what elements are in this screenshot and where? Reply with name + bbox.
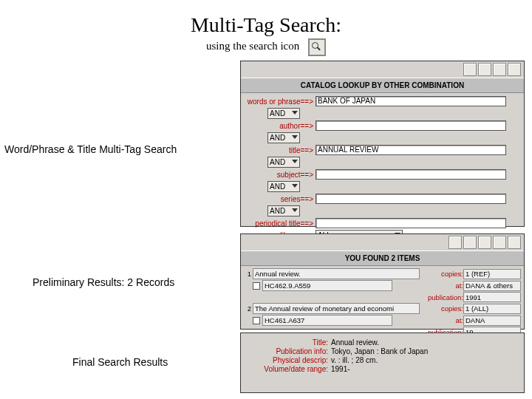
series-input[interactable] — [316, 194, 506, 204]
meta-label-copies: copies: — [423, 270, 463, 278]
meta-at: DANA — [463, 316, 521, 326]
search-panel: CATALOG LOOKUP BY OTHER COMBINATION word… — [240, 61, 525, 227]
results-panel: YOU FOUND 2 ITEMS 1Annual review.copies:… — [240, 233, 525, 330]
detail-label: Publication info: — [245, 347, 331, 355]
operator-select[interactable]: AND — [267, 157, 300, 168]
search-icon — [308, 38, 326, 56]
detail-label: Physical descrip: — [245, 356, 331, 364]
detail-panel: Title:Annual review.Publication info:Tok… — [240, 332, 525, 393]
detail-label: Title: — [245, 338, 331, 347]
toolbar — [463, 63, 521, 76]
field-label-words: words or phrase==> — [245, 98, 316, 106]
result-row[interactable]: 1Annual review.copies:1 (REF) — [244, 268, 521, 279]
field-label-subject: subject==> — [245, 171, 316, 179]
field-label-series: series==> — [245, 195, 316, 203]
page-subtitle: using the search icon — [0, 38, 532, 56]
back-button[interactable] — [449, 236, 462, 249]
meta-label-at: at: — [423, 282, 463, 290]
detail-value: Annual review. — [331, 338, 519, 347]
toolbar-button[interactable] — [508, 236, 521, 249]
meta-label-pub: publication: — [423, 293, 463, 301]
toolbar-button[interactable] — [493, 236, 506, 249]
result-checkbox[interactable] — [253, 317, 260, 324]
meta-label-at: at: — [423, 316, 463, 324]
result-title[interactable]: Annual review. — [253, 268, 420, 279]
title-input[interactable]: ANNUAL REVIEW — [316, 145, 506, 155]
field-label-periodical: periodical title==> — [245, 219, 316, 228]
toolbar-button[interactable] — [478, 63, 491, 76]
page-title: Multi-Tag Search: — [0, 13, 532, 37]
toolbar — [449, 236, 521, 249]
toolbar-button[interactable] — [493, 63, 506, 76]
subtitle-text: using the search icon — [206, 40, 299, 52]
operator-select[interactable]: AND — [267, 205, 300, 216]
panel-header: CATALOG LOOKUP BY OTHER COMBINATION — [241, 78, 524, 93]
result-row[interactable]: 2The Annual review of monetary and econo… — [244, 303, 521, 314]
toolbar-button[interactable] — [508, 63, 521, 76]
toolbar-button[interactable] — [463, 236, 477, 249]
section-label-search: Word/Phrase & Title Multi-Tag Search — [4, 143, 177, 155]
field-label-title: title==> — [245, 146, 316, 154]
periodical-input[interactable] — [316, 218, 506, 228]
section-label-results: Preliminary Results: 2 Records — [33, 276, 174, 288]
author-input[interactable] — [316, 120, 506, 131]
meta-label-copies: copies: — [423, 304, 463, 313]
words-input[interactable]: BANK OF JAPAN — [316, 96, 506, 106]
operator-select[interactable]: AND — [267, 108, 300, 119]
detail-row: Publication info:Tokyo, Japan : Bank of … — [241, 347, 524, 355]
result-callno[interactable]: HC461.A637 — [262, 315, 392, 326]
result-number: 2 — [244, 304, 251, 313]
detail-label: Volume/date range: — [245, 365, 331, 373]
detail-row: Title:Annual review. — [241, 338, 524, 347]
detail-row: Physical descrip:v. : ill. ; 28 cm. — [241, 356, 524, 364]
detail-value: v. : ill. ; 28 cm. — [331, 356, 519, 364]
detail-value: Tokyo, Japan : Bank of Japan — [331, 347, 519, 355]
subject-input[interactable] — [316, 169, 506, 180]
result-checkbox[interactable] — [253, 282, 260, 290]
result-title[interactable]: The Annual review of monetary and econom… — [253, 303, 420, 314]
toolbar-button[interactable] — [463, 63, 477, 76]
field-label-author: author==> — [245, 122, 316, 130]
result-callno[interactable]: HC462.9.A559 — [262, 280, 392, 291]
meta-copies: 1 (REF) — [463, 269, 521, 279]
operator-select[interactable]: AND — [267, 132, 300, 143]
detail-row: Volume/date range:1991- — [241, 365, 524, 373]
detail-value: 1991- — [331, 365, 519, 373]
toolbar-button[interactable] — [478, 236, 491, 249]
meta-pub: 1991 — [463, 292, 521, 302]
operator-select[interactable]: AND — [267, 181, 300, 192]
result-number: 1 — [244, 270, 251, 278]
meta-copies: 1 (ALL) — [463, 304, 521, 314]
results-header: YOU FOUND 2 ITEMS — [241, 250, 524, 266]
section-label-final: Final Search Results — [72, 356, 168, 368]
meta-at: DANA & others — [463, 281, 521, 291]
